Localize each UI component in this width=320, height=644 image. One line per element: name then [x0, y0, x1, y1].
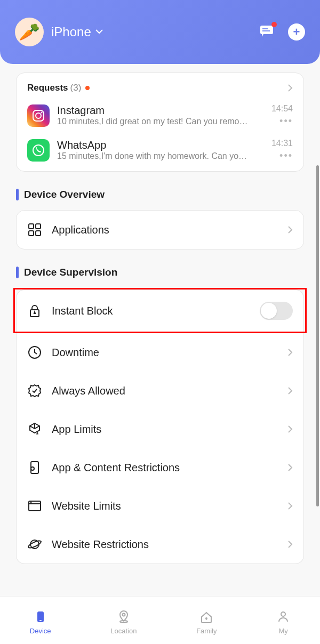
device-icon: [34, 610, 47, 624]
nav-family[interactable]: Family: [196, 610, 217, 635]
requests-count: (3): [70, 83, 82, 93]
apps-icon: [27, 222, 42, 237]
cube-timer-icon: [27, 422, 42, 437]
planet-icon: [27, 537, 42, 552]
svg-rect-1: [262, 28, 268, 29]
requests-card[interactable]: Requests (3) Instagram 10 minutes,I did …: [16, 73, 304, 172]
chevron-right-icon: [287, 502, 293, 510]
user-icon: [276, 610, 290, 624]
chevron-down-icon: [95, 29, 103, 35]
whatsapp-icon: [27, 139, 50, 162]
svg-rect-8: [36, 224, 41, 229]
section-marker-icon: [16, 267, 19, 278]
instant-block-toggle[interactable]: [260, 302, 293, 320]
svg-point-16: [31, 502, 31, 503]
profile-avatar: 🥕: [15, 18, 44, 46]
svg-point-18: [28, 540, 42, 549]
always-allowed-item[interactable]: Always Allowed: [16, 372, 304, 410]
chevron-right-icon: [287, 425, 293, 433]
section-title-overview: Device Overview: [24, 189, 105, 200]
app-name: WhatsApp: [57, 139, 264, 151]
instant-block-item[interactable]: Instant Block: [16, 289, 304, 332]
device-name-label: iPhone: [51, 25, 91, 39]
new-indicator-icon: [85, 86, 90, 90]
chevron-right-icon: [287, 84, 293, 92]
svg-rect-20: [39, 620, 42, 621]
svg-rect-0: [260, 26, 273, 34]
svg-rect-7: [29, 224, 34, 229]
request-message: 15 minutes,I'm done with my homework. Ca…: [57, 151, 264, 161]
svg-point-14: [31, 467, 34, 470]
highlight-annotation: Instant Block: [13, 288, 307, 333]
nav-my[interactable]: My: [276, 610, 290, 635]
app-header: 🥕 iPhone +: [0, 0, 320, 64]
toggle-knob-icon: [261, 303, 277, 319]
app-limits-item[interactable]: App Limits: [16, 410, 304, 448]
nav-location[interactable]: Location: [110, 610, 137, 635]
svg-point-23: [281, 612, 285, 616]
more-button[interactable]: •••: [279, 150, 293, 162]
svg-point-21: [122, 614, 125, 616]
lock-icon: [27, 303, 42, 318]
clock-icon: [27, 345, 42, 360]
chevron-right-icon: [287, 226, 293, 234]
browser-icon: [27, 498, 42, 513]
svg-rect-2: [262, 30, 270, 31]
bottom-navigation: Device Location Family My: [0, 596, 320, 644]
downtime-item[interactable]: Downtime: [16, 333, 304, 372]
website-restrictions-item[interactable]: Website Restrictions: [16, 525, 304, 564]
website-limits-item[interactable]: Website Limits: [16, 487, 304, 525]
section-marker-icon: [16, 189, 19, 200]
chevron-right-icon: [287, 540, 293, 549]
chevron-right-icon: [287, 463, 293, 472]
chevron-right-icon: [287, 387, 293, 395]
nav-device[interactable]: Device: [30, 610, 51, 635]
svg-rect-9: [29, 231, 34, 236]
more-button[interactable]: •••: [279, 116, 293, 127]
plus-icon: +: [293, 25, 300, 39]
location-icon: [117, 610, 131, 624]
instagram-icon: [27, 104, 50, 127]
phone-gear-icon: [27, 460, 42, 475]
badge-check-icon: [27, 383, 42, 398]
family-icon: [199, 610, 213, 624]
app-content-restrictions-item[interactable]: App & Content Restrictions: [16, 448, 304, 487]
applications-item[interactable]: Applications: [16, 210, 304, 249]
notification-dot-icon: [271, 22, 277, 27]
request-message: 10 minutes,I did great on my test! Can y…: [57, 117, 264, 126]
chevron-right-icon: [287, 348, 293, 357]
section-title-supervision: Device Supervision: [24, 267, 117, 278]
request-item[interactable]: WhatsApp 15 minutes,I'm done with my hom…: [27, 139, 293, 162]
svg-point-5: [41, 111, 43, 113]
requests-title-label: Requests: [27, 83, 68, 93]
svg-rect-10: [36, 231, 41, 236]
svg-point-4: [36, 113, 41, 118]
request-time: 14:31: [271, 139, 293, 148]
add-button[interactable]: +: [288, 23, 305, 41]
request-item[interactable]: Instagram 10 minutes,I did great on my t…: [27, 104, 293, 127]
chat-button[interactable]: [259, 23, 275, 41]
device-selector[interactable]: 🥕 iPhone: [15, 18, 103, 46]
app-name: Instagram: [57, 104, 264, 117]
request-time: 14:54: [271, 104, 293, 114]
